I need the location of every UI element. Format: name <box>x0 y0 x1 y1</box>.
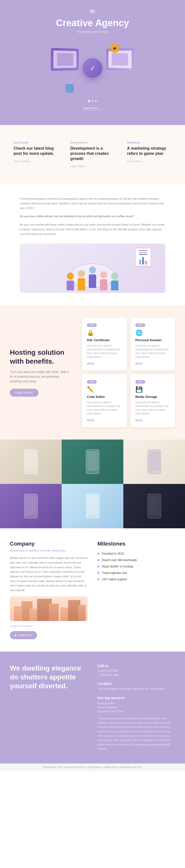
gallery-item-1 <box>0 439 62 484</box>
domain-badge: FREE <box>135 323 145 327</box>
milestone-1: Reach over 4M downloads <box>97 558 175 562</box>
domain-title: Personal Domain <box>135 338 171 342</box>
service-learn-more-1[interactable]: Learn more → <box>70 165 91 167</box>
company-left: Company Elementum eu facilisis sed odio … <box>10 540 88 639</box>
read-more-button[interactable]: READ MORE <box>10 389 38 397</box>
hero-cta-link[interactable]: Learn more → <box>83 106 102 111</box>
hosting-section: Hosting solution with benefits. Turn you… <box>0 305 185 439</box>
storage-badge: FREE <box>135 380 145 383</box>
service-tag-1: Development <box>70 141 115 144</box>
hero-title: Creative Agency <box>15 18 170 28</box>
gallery-item-3 <box>123 439 185 484</box>
milestone-text-3: Turpis egestas sed <box>102 571 127 575</box>
editor-desc: Duis aute irure dolor in reprehenderit i… <box>87 401 122 415</box>
top-services: Our top services Local transfers Airport… <box>97 696 175 713</box>
about-text1: Professional designer combines his photo… <box>20 196 165 210</box>
hosting-cards: FREE 🔒 SSL Certificate Duis aute irure d… <box>82 317 175 427</box>
ssl-desc: Duis aute irure dolor in reprehenderit i… <box>87 344 122 359</box>
gallery-item-6 <box>123 484 185 528</box>
company-subtitle: Elementum eu facilisis sed odio morbi qu… <box>10 549 88 552</box>
contact-right: Call us 1 (234) 567-891 1 (234) 987-654 … <box>97 664 175 751</box>
domain-icon: 🌐 <box>135 329 171 336</box>
domain-more-button[interactable]: MORE <box>135 362 143 365</box>
contact-desc: The principal reason we continue to adap… <box>97 716 175 751</box>
hero-subtitle: marketing and design <box>15 30 170 33</box>
milestone-text-4: 24/7 native support <box>102 578 127 581</box>
service-title-1: Development is a process that creates gr… <box>70 146 115 161</box>
ssl-more-button[interactable]: MORE <box>87 362 94 365</box>
gallery-item-4 <box>0 484 62 528</box>
services-grid: App Design Check our latest blog post fo… <box>10 137 175 172</box>
editor-title: Code Editor <box>87 395 122 399</box>
hosting-card-ssl: FREE 🔒 SSL Certificate Duis aute irure d… <box>82 317 127 371</box>
service-item-0: Local transfers <box>97 702 175 705</box>
hosting-left: Hosting solution with benefits. Turn you… <box>10 348 72 397</box>
services-label: Our top services <box>97 696 175 700</box>
hero-illustration: ✓ ★ <box>15 41 170 95</box>
milestone-4: 24/7 native support <box>97 578 175 581</box>
milestone-dot-3 <box>97 572 99 574</box>
editor-more-button[interactable]: MORE <box>87 419 94 422</box>
hosting-card-editor: FREE ✏️ Code Editor Duis aute irure dolo… <box>82 374 127 427</box>
phone-1: 1 (234) 567-891 <box>97 669 175 673</box>
service-title-2: A marketing strategy refers to game plan <box>127 146 172 156</box>
service-list: Local transfers Airport Transfers Excurs… <box>97 702 175 713</box>
gallery-item-5 <box>62 484 123 528</box>
milestone-dot-0 <box>97 553 99 555</box>
about-highlight: Do you love coffee drinks, but not waiti… <box>20 214 165 219</box>
storage-title: Media Storage <box>135 395 171 399</box>
gallery-item-2 <box>62 439 123 484</box>
service-learn-more-2[interactable]: Learn more → <box>127 160 148 163</box>
service-item-2: Excursions and Tours <box>97 710 175 713</box>
hosting-desc: Turn your ideas into reality with Static… <box>10 370 72 384</box>
company-learn-more-button[interactable]: ▶ Learn more <box>10 631 37 639</box>
contact-left: We dwelling elegance do shutters appetit… <box>10 664 88 751</box>
ssl-icon: 🔒 <box>87 329 122 336</box>
milestone-dot-4 <box>97 578 99 580</box>
milestone-2: Raise $10M+ in funding <box>97 565 175 568</box>
service-card-marketing: Marketing A marketing strategy refers to… <box>123 137 175 172</box>
hero-section: Creative Agency marketing and design ✓ <box>0 0 185 125</box>
milestone-3: Turpis egestas sed <box>97 571 175 575</box>
ssl-badge: FREE <box>87 323 97 327</box>
company-text: Massa ultrices mi quis hendrerit dolor m… <box>10 556 88 593</box>
about-section: Professional designer combines his photo… <box>0 184 185 305</box>
service-tag-0: App Design <box>13 141 58 144</box>
service-card-appdesign: App Design Check our latest blog post fo… <box>10 137 62 172</box>
menu-icon[interactable] <box>15 10 170 13</box>
editor-badge: FREE <box>87 380 97 383</box>
location-label: Location <box>97 682 175 686</box>
milestones-title: Milestones <box>97 540 175 547</box>
ssl-title: SSL Certificate <box>87 338 122 342</box>
milestone-0: Founded in 2015 <box>97 552 175 555</box>
milestone-text-1: Reach over 4M downloads <box>102 558 137 562</box>
service-tag-2: Marketing <box>127 141 172 144</box>
contact-left-title: We dwelling elegance do shutters appetit… <box>10 664 88 691</box>
company-title: Company <box>10 540 88 547</box>
editor-icon: ✏️ <box>87 386 122 393</box>
milestones-section: Milestones Founded in 2015 Reach over 4M… <box>97 540 175 639</box>
service-learn-more-0[interactable]: Learn simply → <box>13 160 36 163</box>
about-illustration <box>20 244 165 293</box>
hosting-card-domain: FREE 🌐 Personal Domain Duis aute irure d… <box>130 317 175 371</box>
learn-more-icon: ▶ <box>15 633 17 637</box>
sample-footer: Sample text. Click to select the text bo… <box>0 764 185 771</box>
about-text2: Be your own barista with these coffee re… <box>20 222 165 236</box>
storage-icon: 💾 <box>135 386 171 393</box>
hosting-title: Hosting solution with benefits. <box>10 348 72 366</box>
services-section: App Design Check our latest blog post fo… <box>0 125 185 184</box>
call-us-label: Call us <box>97 664 175 668</box>
storage-desc: Duis aute irure dolor in reprehenderit i… <box>135 401 171 415</box>
service-item-1: Airport Transfers <box>97 706 175 709</box>
contact-address: 121 Rock Street, 21 Avenue, New York, NY… <box>97 687 175 691</box>
company-section: Company Elementum eu facilisis sed odio … <box>0 528 185 652</box>
gallery-section <box>0 439 185 528</box>
milestone-text-2: Raise $10M+ in funding <box>102 565 133 568</box>
domain-desc: Duis aute irure dolor in reprehenderit i… <box>135 344 171 359</box>
milestone-text-0: Founded in 2015 <box>102 552 124 555</box>
storage-more-button[interactable]: MORE <box>135 419 143 422</box>
phone-2: 1 (234) 987-654 <box>97 673 175 677</box>
learn-more-label: Learn more <box>18 633 32 637</box>
milestone-dot-1 <box>97 559 99 561</box>
image-credit: Image from Freepik <box>10 625 88 627</box>
